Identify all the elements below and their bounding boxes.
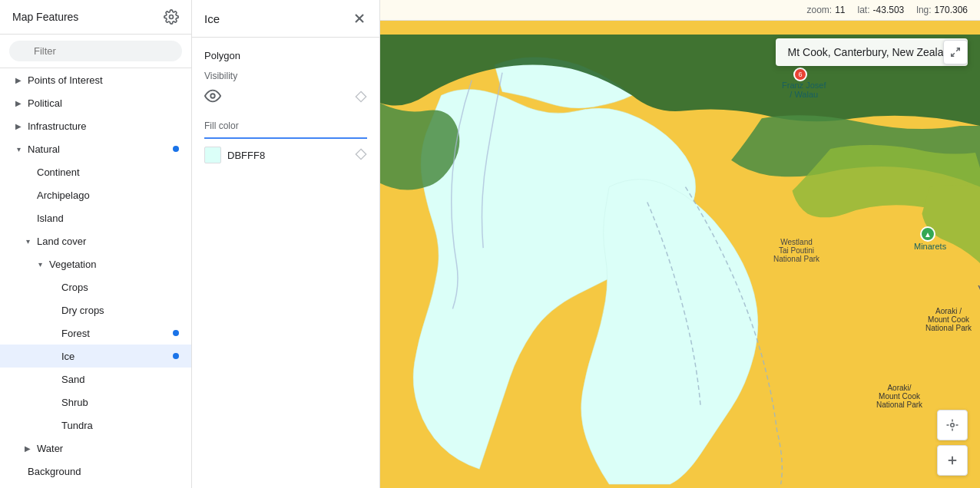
- tree-label-forest: Forest: [61, 328, 179, 339]
- tree-item-dry-crops[interactable]: Dry crops: [0, 298, 191, 321]
- tree-label-archipelago: Archipelago: [37, 190, 179, 201]
- caret-vegetation: ▾: [34, 258, 46, 270]
- filter-input[interactable]: [9, 41, 182, 61]
- caret-tundra: [46, 419, 58, 431]
- diamond-icon[interactable]: [355, 91, 367, 105]
- caret-dry-crops: [46, 304, 58, 316]
- tree-area: ▶Points of Interest▶Political▶Infrastruc…: [0, 68, 191, 488]
- tree-item-forest[interactable]: Forest: [0, 321, 191, 345]
- caret-sand: [46, 373, 58, 385]
- lat-label: lat:: [858, 5, 870, 15]
- caret-archipelago: [22, 189, 34, 201]
- caret-continent: [22, 166, 34, 178]
- svg-point-0: [170, 15, 174, 19]
- tree-item-tundra[interactable]: Tundra: [0, 414, 191, 437]
- tree-label-tundra: Tundra: [61, 420, 179, 431]
- caret-points-of-interest: ▶: [12, 74, 25, 86]
- fullscreen-button[interactable]: [943, 40, 968, 64]
- dot-ice: [173, 353, 179, 359]
- zoom-in-button[interactable]: [937, 445, 968, 476]
- tree-item-infrastructure[interactable]: ▶Infrastructure: [0, 114, 191, 137]
- color-swatch-wrap[interactable]: DBFFF8: [204, 147, 265, 163]
- middle-panel-title: Ice: [204, 12, 220, 25]
- caret-infrastructure: ▶: [12, 120, 25, 132]
- dot-natural: [173, 146, 179, 152]
- left-panel-title: Map Features: [12, 11, 78, 23]
- visibility-label: Visibility: [204, 71, 367, 81]
- lat-value: -43.503: [873, 5, 905, 15]
- caret-forest: [46, 327, 58, 339]
- tree-label-infrastructure: Infrastructure: [28, 120, 179, 132]
- zoom-value: 11: [835, 5, 845, 15]
- tree-label-shrub: Shrub: [61, 397, 179, 408]
- map-svg: [380, 31, 980, 488]
- location-button[interactable]: [937, 410, 968, 440]
- tree-label-vegetation: Vegetation: [49, 259, 179, 270]
- tree-label-natural: Natural: [28, 143, 179, 155]
- tree-item-continent[interactable]: Continent: [0, 160, 191, 183]
- fill-color-label: Fill color: [204, 120, 367, 131]
- close-button[interactable]: [352, 11, 367, 26]
- tree-item-natural[interactable]: ▾Natural: [0, 137, 191, 160]
- map-header-bar: zoom: 11 lat: -43.503 lng: 170.306: [380, 0, 980, 21]
- caret-ice: [46, 350, 58, 362]
- zoom-stat: zoom: 11: [806, 5, 845, 15]
- tree-label-island: Island: [37, 213, 179, 224]
- tree-item-sand[interactable]: Sand: [0, 368, 191, 391]
- filter-bar: [0, 35, 191, 68]
- map-area[interactable]: zoom: 11 lat: -43.503 lng: 170.306: [380, 0, 980, 488]
- tree-item-political[interactable]: ▶Political: [0, 91, 191, 114]
- tree-label-political: Political: [28, 97, 179, 109]
- zoom-label: zoom:: [806, 5, 832, 15]
- tree-item-crops[interactable]: Crops: [0, 275, 191, 298]
- tree-item-shrub[interactable]: Shrub: [0, 391, 191, 414]
- fullscreen-button-wrap: [943, 40, 968, 64]
- caret-natural: ▾: [12, 143, 25, 155]
- pin-minarets: ▲: [920, 226, 935, 242]
- eye-icon[interactable]: [204, 87, 221, 108]
- tree-item-points-of-interest[interactable]: ▶Points of Interest: [0, 68, 191, 91]
- gear-icon[interactable]: [164, 9, 179, 25]
- tree-label-water: Water: [37, 443, 179, 454]
- caret-shrub: [46, 396, 58, 408]
- tree-item-vegetation[interactable]: ▾Vegetation: [0, 252, 191, 275]
- tree-label-ice: Ice: [61, 351, 179, 362]
- caret-political: ▶: [12, 97, 25, 109]
- map-tooltip: Mt Cook, Canterbury, New Zealand: [776, 38, 968, 66]
- svg-point-6: [210, 94, 215, 98]
- fill-color-divider: [204, 137, 367, 139]
- svg-marker-8: [356, 149, 366, 159]
- svg-marker-7: [356, 91, 366, 101]
- caret-land-cover: ▾: [22, 235, 34, 247]
- middle-panel: Ice Polygon Visibility Fill color: [192, 0, 380, 488]
- color-diamond-icon[interactable]: [355, 148, 367, 163]
- tree-label-background: Background: [28, 466, 179, 477]
- lng-value: 170.306: [935, 5, 968, 15]
- lat-stat: lat: -43.503: [858, 5, 905, 15]
- left-panel-header: Map Features: [0, 0, 191, 35]
- tree-item-background[interactable]: Background: [0, 460, 191, 483]
- tree-label-sand: Sand: [61, 374, 179, 385]
- tree-item-water[interactable]: ▶Water: [0, 437, 191, 460]
- tree-item-land-cover[interactable]: ▾Land cover: [0, 229, 191, 252]
- polygon-label: Polygon: [204, 50, 367, 61]
- color-hex: DBFFF8: [227, 150, 265, 161]
- pin-franz-josef: 6: [793, 68, 807, 81]
- tree-label-land-cover: Land cover: [37, 236, 179, 247]
- tree-label-dry-crops: Dry crops: [61, 305, 179, 316]
- caret-background: [12, 465, 25, 477]
- color-row: DBFFF8: [204, 147, 367, 163]
- tree-label-continent: Continent: [37, 167, 179, 178]
- tree-item-ice[interactable]: Ice: [0, 345, 191, 368]
- tree-label-crops: Crops: [61, 282, 179, 293]
- lng-stat: lng: 170.306: [916, 5, 968, 15]
- visibility-row: [204, 87, 367, 108]
- color-swatch[interactable]: [204, 147, 221, 163]
- tree-item-archipelago[interactable]: Archipelago: [0, 183, 191, 206]
- tree-item-island[interactable]: Island: [0, 206, 191, 229]
- middle-content: Polygon Visibility Fill color DBFFF8: [192, 38, 379, 176]
- dot-forest: [173, 330, 179, 336]
- left-panel: Map Features ▶Points of Interest▶Politic…: [0, 0, 192, 488]
- tree-label-points-of-interest: Points of Interest: [28, 74, 179, 86]
- svg-point-12: [951, 424, 955, 427]
